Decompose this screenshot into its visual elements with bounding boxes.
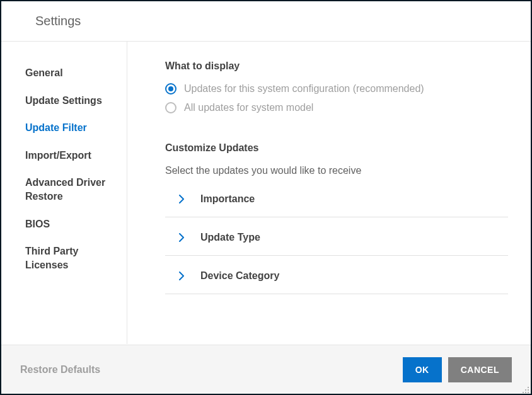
svg-rect-3 bbox=[523, 392, 524, 393]
content-area: General Update Settings Update Filter Im… bbox=[1, 42, 531, 344]
what-to-display-section: What to display Updates for this system … bbox=[165, 60, 508, 113]
accordion-label-device-category: Device Category bbox=[200, 270, 279, 282]
what-to-display-title: What to display bbox=[165, 60, 508, 72]
sidebar-item-update-filter[interactable]: Update Filter bbox=[25, 114, 120, 142]
accordion-update-type[interactable]: Update Type bbox=[165, 217, 508, 256]
customize-updates-section: Customize Updates Select the updates you… bbox=[165, 142, 508, 294]
radio-option-this-system[interactable]: Updates for this system configuration (r… bbox=[165, 83, 508, 94]
svg-rect-1 bbox=[525, 389, 526, 391]
radio-option-all-updates[interactable]: All updates for system model bbox=[165, 102, 508, 113]
chevron-right-icon bbox=[175, 231, 188, 244]
page-title: Settings bbox=[35, 14, 531, 28]
chevron-right-icon bbox=[175, 270, 188, 282]
radio-dot-icon bbox=[168, 86, 173, 91]
svg-rect-5 bbox=[528, 392, 529, 393]
svg-rect-2 bbox=[528, 389, 529, 391]
settings-header: Settings bbox=[1, 1, 531, 42]
settings-sidebar: General Update Settings Update Filter Im… bbox=[1, 42, 127, 344]
radio-label-all-updates: All updates for system model bbox=[184, 102, 313, 113]
customize-updates-title: Customize Updates bbox=[165, 142, 508, 154]
svg-rect-4 bbox=[525, 392, 526, 393]
accordion-device-category[interactable]: Device Category bbox=[165, 256, 508, 294]
sidebar-item-import-export[interactable]: Import/Export bbox=[25, 142, 120, 169]
sidebar-item-update-settings[interactable]: Update Settings bbox=[25, 87, 120, 115]
main-panel: What to display Updates for this system … bbox=[127, 42, 531, 344]
sidebar-item-general[interactable]: General bbox=[25, 59, 120, 87]
sidebar-item-third-party-licenses[interactable]: Third Party Licenses bbox=[25, 238, 120, 278]
sidebar-item-advanced-driver-restore[interactable]: Advanced Driver Restore bbox=[25, 169, 120, 210]
accordion-label-update-type: Update Type bbox=[200, 232, 260, 243]
cancel-button[interactable]: CANCEL bbox=[448, 357, 512, 382]
radio-circle-icon bbox=[165, 83, 176, 94]
radio-circle-icon bbox=[165, 102, 176, 113]
footer-bar: Restore Defaults OK CANCEL bbox=[1, 345, 531, 394]
accordion-importance[interactable]: Importance bbox=[165, 179, 508, 217]
radio-label-this-system: Updates for this system configuration (r… bbox=[184, 83, 424, 94]
accordion-label-importance: Importance bbox=[200, 193, 255, 205]
restore-defaults-link[interactable]: Restore Defaults bbox=[20, 364, 100, 375]
customize-updates-subtext: Select the updates you would like to rec… bbox=[165, 165, 508, 176]
footer-button-group: OK CANCEL bbox=[403, 357, 512, 382]
chevron-right-icon bbox=[175, 193, 188, 205]
sidebar-item-bios[interactable]: BIOS bbox=[25, 210, 120, 238]
resize-grip-icon[interactable] bbox=[522, 385, 529, 392]
ok-button[interactable]: OK bbox=[403, 357, 442, 382]
svg-rect-0 bbox=[528, 387, 529, 388]
